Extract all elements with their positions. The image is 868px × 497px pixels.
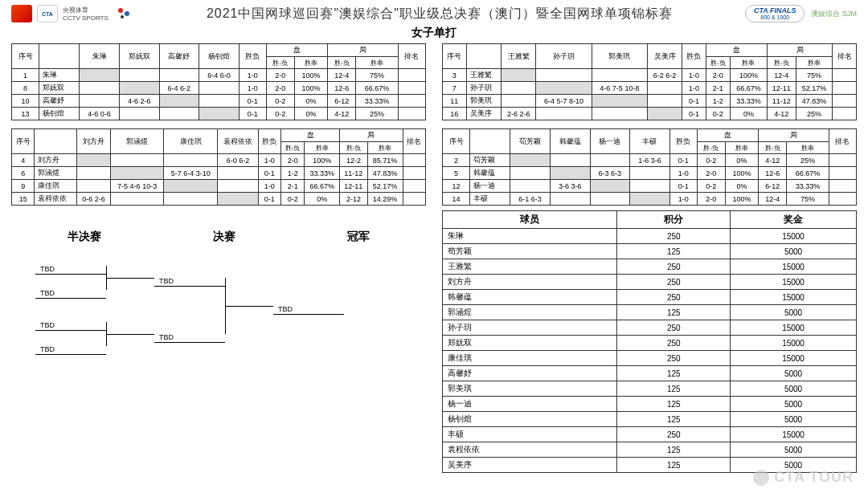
cell-pr: 33.33% [305,167,340,180]
pts-points: 250 [617,259,731,275]
sf-slot-3: TBD [35,321,106,331]
cell-pr: 0% [725,180,758,193]
sub-sf: 胜-负 [759,142,787,154]
cell-wl: 1-0 [669,193,697,206]
cell-score [80,69,120,82]
group-name: D组 [470,129,510,154]
cell-score [590,180,630,193]
cell-score [159,95,199,108]
cell-score [630,193,670,206]
watermark-icon [753,470,769,486]
cell-jf: 12-6 [328,82,356,95]
groups-right-col: 序号B组王雅繁孙子玥郭美琪吴美序胜负盘局排名胜-负胜率胜-负胜率3王雅繁6-2 … [442,43,857,206]
sf-slot-4: TBD [35,345,106,355]
group-row: 16吴美序2-6 2-60-10-20%4-1225% [443,108,857,120]
bracket: 半决赛 决赛 冠军 TBD TBD TBD TBD TBD TBD TBD [11,210,426,369]
sub-sr: 胜率 [731,57,768,69]
sub-sf: 胜-负 [697,142,725,154]
col-player: 康佳琪 [164,129,218,154]
col-seq: 序号 [12,129,35,154]
group-table: 序号C组刘方舟郭涵煜康佳琪袁程依依胜负盘局排名胜-负胜率胜-负胜率4刘方舟6-0… [11,128,426,206]
cell-score [648,108,682,120]
cell-player: 孙子玥 [466,82,502,95]
col-player: 高馨妤 [159,44,199,69]
cell-pr: 100% [305,154,340,167]
cell-seq: 16 [443,108,467,120]
sub-sr: 胜率 [356,57,399,69]
cell-score: 6-1 6-3 [510,193,551,206]
cell-jf: 12-6 [759,167,787,180]
pts-prize: 15000 [731,427,857,442]
cell-player: 郭涵煜 [35,167,77,180]
sf-slot-2: TBD [35,289,106,299]
points-row: 王雅繁25015000 [443,259,857,275]
group-row: 8郑妩双6-4 6-21-02-0100%12-666.67% [12,82,426,95]
cell-player: 杨钊煊 [39,108,80,120]
cell-seq: 1 [12,69,39,82]
cell-rank [403,193,426,206]
cell-seq: 10 [12,95,39,108]
group-row: 15袁程依依0-6 2-60-10-20%2-1214.29% [12,193,426,206]
pts-player: 杨一迪 [443,397,617,412]
group-table: 序号B组王雅繁孙子玥郭美琪吴美序胜负盘局排名胜-负胜率胜-负胜率3王雅繁6-2 … [442,43,857,120]
points-row: 韩馨蕴25015000 [443,290,857,305]
sub-sf: 胜-负 [706,57,730,69]
pts-points: 125 [617,381,731,397]
cctv-cn: 央视体育 [63,6,108,14]
cell-pf: 0-2 [266,108,294,120]
points-row: 杨钊煊1255000 [443,412,857,427]
cell-score [592,108,647,120]
pts-points: 250 [617,336,731,351]
group-row: 13杨钊煊4-6 0-60-10-20%4-1225% [12,108,426,120]
cell-player: 袁程依依 [35,193,77,206]
label-champion: 冠军 [347,230,370,244]
cell-score [159,108,199,120]
cell-player: 苟芳颖 [470,154,510,167]
cell-player: 康佳琪 [35,180,77,193]
col-player: 郭涵煜 [110,129,164,154]
cell-jf: 12-4 [759,193,787,206]
cta-logo-icon: CTA [37,5,58,22]
sub-sf: 胜-负 [340,142,368,154]
cell-jr: 66.67% [787,167,829,180]
cell-score [550,193,590,206]
col-player: 苟芳颖 [510,129,551,154]
cell-wl: 0-1 [258,167,280,180]
col-player: 王雅繁 [502,44,536,69]
cell-score [550,167,590,180]
cell-player: 韩馨蕴 [470,167,510,180]
cell-jr: 75% [787,193,829,206]
group-row: 14丰硕6-1 6-31-02-0100%12-475% [443,193,857,206]
cell-seq: 5 [443,167,470,180]
points-row: 郭涵煜1255000 [443,305,857,320]
watermark-text: CTA TOUR [774,469,854,486]
cell-pf: 0-2 [697,154,725,167]
cell-jf: 4-12 [328,108,356,120]
cell-seq: 9 [12,180,35,193]
cta-finals-bot: 800 & 1000 [760,14,789,20]
cell-score: 6-0 6-2 [218,154,259,167]
pts-prize: 5000 [731,244,857,259]
cell-jf: 12-11 [767,82,796,95]
cell-seq: 11 [443,95,467,108]
cell-rank [398,95,425,108]
col-player: 袁程依依 [218,129,259,154]
cell-rank [833,95,857,108]
cell-rank [829,154,856,167]
watermark: CTA TOUR [753,469,854,486]
cell-score [77,180,110,193]
cell-score [536,82,592,95]
col-player: 孙子玥 [536,44,592,69]
cell-rank [403,154,426,167]
logos-right: CTA FINALS 800 & 1000 澳娱综合 SJM [745,5,857,22]
cell-seq: 8 [12,82,39,95]
sub-sr: 胜率 [294,57,327,69]
points-row: 袁程依依1255000 [443,442,857,458]
cell-wl: 1-0 [669,167,697,180]
cell-jr: 33.33% [356,95,399,108]
cell-score [110,154,164,167]
cell-score: 0-6 2-6 [77,193,110,206]
col-ju: 局 [328,44,399,57]
pts-points: 125 [617,458,731,473]
points-table-wrap: 球员 积分 奖金 朱琳25015000苟芳颖1255000王雅繁25015000… [442,210,857,473]
